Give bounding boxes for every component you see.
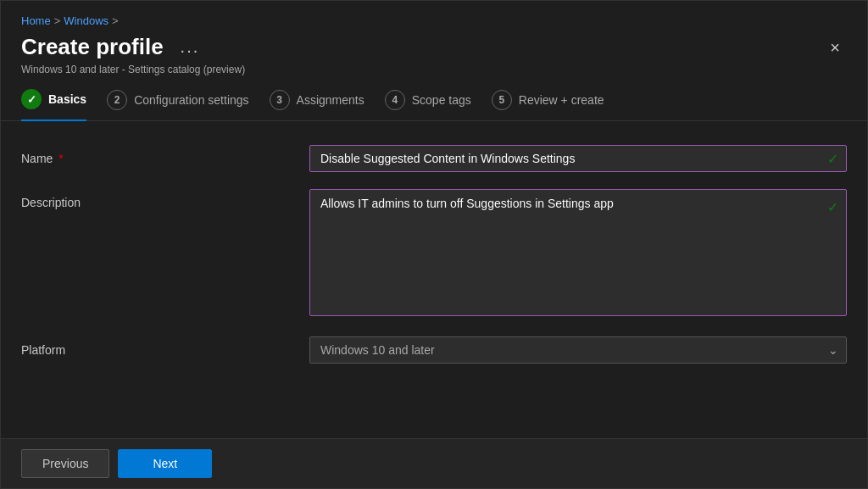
step-circle-scope: 4 — [385, 90, 405, 110]
step-number-assignments: 3 — [276, 94, 282, 106]
platform-select[interactable]: Windows 10 and later — [309, 336, 847, 364]
step-basics[interactable]: ✓ Basics — [21, 89, 86, 121]
next-button[interactable]: Next — [118, 449, 212, 478]
step-label-review: Review + create — [519, 93, 604, 107]
step-circle-review: 5 — [492, 90, 512, 110]
platform-select-wrap: Windows 10 and later ⌄ — [309, 336, 847, 364]
step-circle-basics: ✓ — [21, 89, 42, 109]
name-input[interactable] — [309, 145, 847, 172]
step-assignments[interactable]: 3 Assignments — [270, 90, 364, 120]
wizard-steps: ✓ Basics 2 Configuration settings 3 Assi… — [1, 75, 867, 121]
description-check-icon: ✓ — [827, 199, 838, 215]
form-content: Name * ✓ Description Allows IT admins to… — [1, 121, 867, 438]
name-row: Name * ✓ — [21, 145, 847, 172]
page-title: Create profile — [21, 34, 164, 60]
breadcrumb-sep2: > — [112, 14, 119, 27]
step-scope[interactable]: 4 Scope tags — [385, 90, 471, 120]
title-left: Create profile ... — [21, 34, 206, 60]
title-row: Create profile ... × — [21, 34, 847, 60]
step-label-assignments: Assignments — [297, 93, 364, 107]
platform-row: Platform Windows 10 and later ⌄ — [21, 336, 847, 364]
footer: Previous Next — [1, 438, 867, 488]
step-circle-assignments: 3 — [270, 90, 290, 110]
previous-button[interactable]: Previous — [21, 449, 109, 478]
step-number-review: 5 — [498, 94, 504, 106]
step-review[interactable]: 5 Review + create — [492, 90, 604, 120]
description-input-wrap: Allows IT admins to turn off Suggestions… — [309, 189, 847, 320]
ellipsis-button[interactable]: ... — [174, 34, 207, 60]
name-label: Name * — [21, 145, 309, 165]
step-config[interactable]: 2 Configuration settings — [107, 90, 248, 120]
step-label-scope: Scope tags — [412, 93, 471, 107]
main-container: Home > Windows > Create profile ... × Wi… — [0, 0, 868, 489]
step-number-config: 2 — [114, 94, 120, 106]
breadcrumb-windows[interactable]: Windows — [64, 14, 108, 27]
step-label-basics: Basics — [48, 92, 86, 106]
checkmark-icon: ✓ — [27, 93, 36, 106]
platform-label: Platform — [21, 336, 309, 357]
step-label-config: Configuration settings — [134, 93, 248, 107]
breadcrumb: Home > Windows > — [21, 14, 847, 27]
name-required: * — [58, 152, 63, 165]
description-textarea[interactable]: Allows IT admins to turn off Suggestions… — [309, 189, 847, 316]
close-button[interactable]: × — [823, 36, 847, 59]
description-row: Description Allows IT admins to turn off… — [21, 189, 847, 320]
breadcrumb-home[interactable]: Home — [21, 14, 51, 27]
page-subtitle: Windows 10 and later - Settings catalog … — [21, 64, 847, 75]
name-check-icon: ✓ — [827, 151, 838, 167]
breadcrumb-sep1: > — [54, 14, 61, 27]
step-number-scope: 4 — [392, 94, 398, 106]
name-input-wrap: ✓ — [309, 145, 847, 172]
step-circle-config: 2 — [107, 90, 127, 110]
description-label: Description — [21, 189, 309, 209]
header: Home > Windows > Create profile ... × Wi… — [1, 1, 867, 75]
